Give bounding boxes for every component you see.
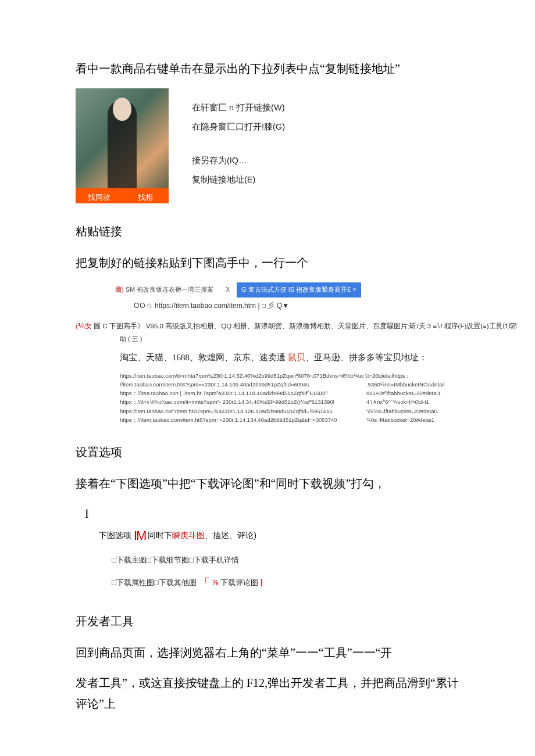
tab-active[interactable]: G 复古法式方便 IS 袍改良版紧身高开£ × [237, 282, 361, 298]
exclaim-mark: I [85, 503, 459, 524]
url-textarea[interactable]: https://iten.taobao.com/it«mhta7rpm³⁄₄23… [120, 371, 459, 424]
options-im-icon: IM [134, 528, 145, 543]
thumb-footer: 找同款 找相 [76, 188, 169, 203]
checkbox-row2-pre: □下载属性图□下载其他图 [112, 578, 198, 587]
options-intro: 接着在“下图选项”中把“下载评论图”和“同时下载视频”打勾， [76, 473, 459, 494]
download-options-label: 下图选项 IM 同时下瞬庚斗图、描述、评论) [99, 524, 459, 547]
checkbox-row-1[interactable]: □下载主图□下载细节图□下载手机详情 [112, 553, 459, 567]
heading-options: 设置选项 [76, 442, 459, 463]
context-menu: 在轩窗匚 n 打开链接(W) 在隐身窗匚口打开!膝(G) 接另存为(IQ… 复制… [192, 88, 285, 191]
menu-open-new-window[interactable]: 在轩窗匚 n 打开链接(W) [192, 100, 285, 115]
product-and-menu: 找同款 找相 在轩窗匚 n 打开链接(W) 在隐身窗匚口打开!膝(G) 接另存为… [76, 88, 459, 203]
app-title-bar: (⅟₈女 圖 C 下图高手》 V95.0 高级版又拍相册、QQ 相册、新浪朝營、… [76, 320, 459, 332]
intro-copy-link: 看中一款商品右键单击在显示出的下拉列表中点“复制链接地址” [76, 58, 459, 79]
url-row: https：//item,taobao.com/item.ht8?spm=«23… [120, 415, 459, 424]
find-same-button[interactable]: 找同款 [76, 188, 122, 203]
options-mid: 同时下 [148, 531, 172, 540]
options-red: 瞬庚斗图 [172, 531, 205, 540]
options-label-pre: 下图选项 [99, 531, 134, 540]
url-row: https：//itea.taobao.con | ./tem,ht·7spm²… [120, 389, 459, 397]
checkbox-row-2[interactable]: □下载属性图□下载其他图 「 ⅞ 下载评论图 l [112, 572, 459, 593]
address-prefix: OO☆ [134, 302, 153, 310]
tab-active-prefix: G [241, 286, 248, 293]
tab-inactive-label: SM 袍改良坂连衣褥一湾三搜案 [126, 286, 214, 293]
browser-tabs: 圖) SM 袍改良坂连衣褥一湾三搜案 X G 复古法式方便 IS 袍改良版紧身高… [110, 282, 459, 298]
menu-copy-link-address[interactable]: 复制链接地址(E) [192, 172, 285, 187]
url-row: //item,taobao.com/item.ht8?spm=«230r.1.1… [120, 380, 459, 389]
url-row: https://iten.taobao.corⁿ/ttem.htB7spm=¾4… [120, 407, 459, 415]
app-title-rest: V95.0 高级版又拍相册、QQ 相册、新浪朝營、新浪微博相肋、天堂图片、百度驟… [146, 323, 517, 329]
checkbox-download-comment-images[interactable]: 下载评论图 [220, 578, 258, 587]
options-post: 、描述、评论) [205, 531, 256, 540]
tab-inactive[interactable]: 圖) SM 袍改良坂连衣褥一湾三搜案 X [110, 282, 234, 298]
menu-save-as[interactable]: 接另存为(IQ… [192, 153, 285, 168]
platform-list: 淘宝、天猫、1688、敦煌网、京东、速卖通 鼠贝、亚马逊、拼多多等宝贝地址： [120, 350, 459, 366]
url-row: https://iten.taobao.com/it«mhta7rpm³⁄₄23… [120, 371, 459, 380]
devtools-para-a: 回到商品页面，选择浏览器右上角的“菜单”一一“工具”一一“开 [76, 642, 459, 663]
paste-intro: 把复制好的链接粘贴到下图高手中，一行一个 [76, 252, 459, 273]
address-bar[interactable]: OO☆ https://item.taobao.com/item.htm | □… [134, 300, 459, 313]
find-similar-button[interactable]: 找相 [122, 188, 169, 203]
devtools-para-b: 发者工具”，或这直接按键盘上的 F12,弹出开发者工具，并把商品滑到“累计评论”… [76, 672, 459, 714]
tab-active-label: 复古法式方便 IS 袍改良版紧身高开£ × [248, 286, 356, 293]
platform-red: 鼠贝 [288, 353, 305, 362]
product-thumbnail: 找同款 找相 [76, 88, 169, 203]
app-title-prefix: (⅟₈女 [76, 323, 92, 329]
heading-paste-link: 粘贴链接 [76, 221, 459, 242]
bracket-icon: 「 [198, 576, 210, 589]
tab-icon: 圖) [115, 286, 124, 293]
heading-devtools: 开发者工具 [76, 611, 459, 632]
platform-pre: 淘宝、天猫、1688、敦煌网、京东、速卖通 [120, 353, 288, 362]
address-suffix: | □ 彡 Q▼ [258, 302, 289, 310]
url-row: httpx：//it«x∖t¾o½ao.com/it«mhte?spm²- 23… [120, 397, 459, 406]
address-url: https://item.taobao.com/item.htm [155, 302, 256, 310]
bar-icon: l [261, 577, 263, 589]
app-title-name: 圖 C 下图高手》 [94, 323, 144, 329]
menu-open-incognito[interactable]: 在隐身窗匚口打开!膝(G) [192, 119, 285, 134]
close-icon[interactable]: X [226, 286, 230, 293]
fraction-icon: ⅞ [212, 578, 219, 587]
app-subline: 助 ( 三 ) [120, 334, 459, 345]
platform-post: 、亚马逊、拼多多等宝贝地址： [305, 353, 427, 362]
